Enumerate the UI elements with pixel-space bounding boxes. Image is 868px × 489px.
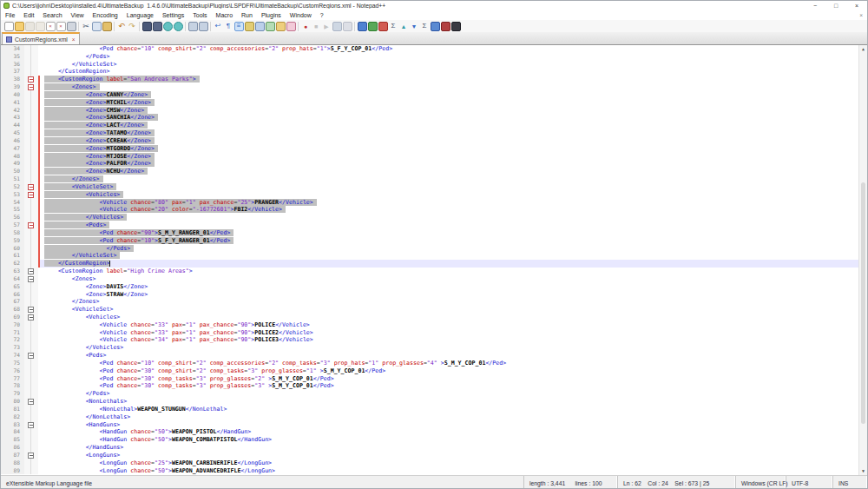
plugin-grid-red-icon[interactable] [378, 22, 388, 31]
code-line-text[interactable]: <Ped chance="10" comp_shirt="2" comp_acc… [40, 45, 867, 53]
code-line-text[interactable]: <Ped chance="30" comp_tasks="3" prop_gla… [40, 375, 867, 383]
menu-item-settings[interactable]: Settings [158, 10, 188, 20]
code-line-text[interactable]: <NonLethals> [40, 398, 867, 406]
fold-collapse-icon[interactable] [28, 76, 34, 83]
line-number[interactable]: 44 [1, 122, 24, 129]
line-number[interactable]: 56 [1, 214, 24, 221]
code-line-text[interactable]: <Ped chance="30" comp_shirt="2" comp_tas… [40, 367, 867, 375]
fold-margin[interactable] [24, 398, 38, 406]
print-icon[interactable] [67, 22, 76, 31]
fold-margin[interactable] [24, 214, 38, 221]
line-number[interactable]: 82 [1, 413, 24, 421]
code-line[interactable]: 75 <Ped chance="10" comp_shirt="2" comp_… [1, 360, 867, 367]
show-all-characters-icon[interactable]: ¶ [224, 22, 233, 31]
fold-margin[interactable] [24, 76, 38, 83]
line-number[interactable]: 77 [1, 375, 24, 383]
code-line-text[interactable]: </Peds> [40, 390, 867, 398]
line-number[interactable]: 45 [1, 129, 24, 137]
code-line-text[interactable]: <Zone>MTCHIL</Zone> [40, 99, 867, 107]
code-line-text[interactable]: <NonLethal>WEAPON_STUNGUN</NonLethal> [40, 406, 867, 413]
line-number[interactable]: 84 [1, 428, 24, 436]
line-number[interactable]: 52 [1, 183, 24, 191]
fold-margin[interactable] [24, 91, 38, 99]
code-line[interactable]: 36 </VehicleSet> [1, 61, 867, 69]
fold-margin[interactable] [24, 382, 38, 390]
fold-margin[interactable] [24, 336, 38, 344]
fold-collapse-icon[interactable] [28, 422, 34, 428]
code-line-text[interactable]: </Peds> [40, 245, 867, 253]
fold-margin[interactable] [24, 390, 38, 398]
plugin-badge-red-icon[interactable] [441, 22, 450, 31]
fold-margin[interactable] [24, 360, 38, 367]
line-number[interactable]: 59 [1, 237, 24, 245]
menu-item-language[interactable]: Language [122, 10, 158, 20]
line-number[interactable]: 89 [1, 467, 24, 475]
save-all-icon[interactable] [36, 22, 45, 31]
code-line-text[interactable]: <Vehicles> [40, 314, 867, 321]
code-line[interactable]: 54 <Vehicle chance="80" pax="1" pax_chan… [1, 199, 867, 207]
fold-margin[interactable] [24, 183, 38, 191]
line-number[interactable]: 58 [1, 229, 24, 237]
code-line-text[interactable]: </VehicleSet> [40, 252, 867, 260]
zoom-out-icon[interactable] [174, 22, 183, 31]
fold-margin[interactable] [24, 160, 38, 168]
code-line[interactable]: 88 <LongGun chance="25">WEAPON_CARBINERI… [1, 459, 867, 467]
fold-margin[interactable] [24, 283, 38, 291]
redo-icon[interactable]: ↷ [128, 22, 137, 31]
menubar-close-icon[interactable]: × [859, 12, 867, 18]
code-line-text[interactable]: </Zones> [40, 175, 867, 183]
line-number[interactable]: 54 [1, 199, 24, 207]
code-line[interactable]: 38 <CustomRegion label="San Andreas Park… [1, 76, 867, 83]
code-line[interactable]: 84 <HandGun chance="50">WEAPON_PISTOL</H… [1, 428, 867, 436]
fold-margin[interactable] [24, 406, 38, 413]
fold-collapse-icon[interactable] [28, 307, 34, 313]
line-number[interactable]: 37 [1, 68, 24, 76]
paste-icon[interactable] [102, 22, 112, 31]
fold-margin[interactable] [24, 275, 38, 283]
fold-margin[interactable] [24, 99, 38, 107]
line-number[interactable]: 57 [1, 221, 24, 229]
line-number[interactable]: 73 [1, 344, 24, 352]
line-number[interactable]: 78 [1, 382, 24, 390]
code-line[interactable]: 73 </Vehicles> [1, 344, 867, 352]
line-number[interactable]: 81 [1, 406, 24, 413]
fold-collapse-icon[interactable] [28, 268, 34, 274]
line-number[interactable]: 68 [1, 306, 24, 314]
code-line[interactable]: 39 <Zones> [1, 83, 867, 91]
plugin-sigma-icon[interactable]: Σ [389, 22, 398, 31]
fold-collapse-icon[interactable] [28, 399, 34, 405]
plugin-grid-green-icon[interactable] [368, 22, 378, 31]
code-line[interactable]: 64 <Zones> [1, 275, 867, 283]
fold-margin[interactable] [24, 421, 38, 429]
line-number[interactable]: 67 [1, 298, 24, 306]
macro-run-multiple-icon[interactable] [343, 22, 352, 31]
fold-margin[interactable] [24, 459, 38, 467]
menu-item-edit[interactable]: Edit [19, 10, 38, 20]
line-number[interactable]: 34 [1, 45, 24, 53]
minimize-button[interactable]: − [805, 1, 825, 10]
code-line-text[interactable]: <Zone>SANCHIA</Zone> [40, 114, 867, 122]
scrollbar-thumb[interactable] [861, 182, 865, 423]
fold-margin[interactable] [24, 375, 38, 383]
undo-icon[interactable]: ↶ [117, 22, 127, 31]
code-line-text[interactable]: <Zone>NCHU</Zone> [40, 168, 867, 175]
code-line-text[interactable]: <Zone>CMSW</Zone> [40, 107, 867, 115]
line-number[interactable]: 85 [1, 436, 24, 444]
code-line-text[interactable]: <Peds> [40, 221, 867, 229]
menu-item-file[interactable]: File [1, 10, 19, 20]
code-line-text[interactable]: </Vehicles> [40, 344, 867, 352]
code-line-text[interactable]: <Zone>MTJOSE</Zone> [40, 153, 867, 161]
menu-item-plugins[interactable]: Plugins [257, 10, 286, 20]
line-number[interactable]: 39 [1, 83, 24, 91]
sync-horizontal-icon[interactable] [199, 22, 208, 31]
code-line-text[interactable]: <Zone>MTGORDO</Zone> [40, 145, 867, 153]
code-line-text[interactable]: </Vehicles> [40, 214, 867, 221]
line-number[interactable]: 46 [1, 137, 24, 145]
line-number[interactable]: 36 [1, 61, 24, 69]
fold-margin[interactable] [24, 352, 38, 360]
code-line[interactable]: 53 <Vehicles> [1, 191, 867, 199]
code-line[interactable]: 42 <Zone>CMSW</Zone> [1, 107, 867, 115]
menu-item-encoding[interactable]: Encoding [89, 10, 122, 20]
code-line[interactable]: 80 <NonLethals> [1, 398, 867, 406]
replace-icon[interactable] [153, 22, 162, 31]
